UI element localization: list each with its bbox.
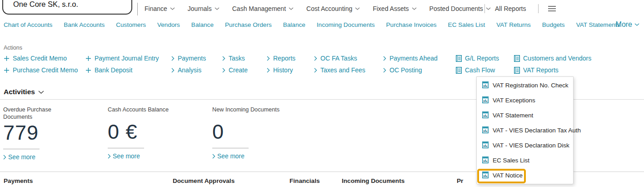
see-more-link[interactable]: See more (212, 153, 245, 160)
dropdown-item-label: VAT - VIES Declaration Tax Auth (493, 127, 581, 134)
action-item[interactable]: VAT Reports (514, 66, 591, 74)
dropdown-item-label: VAT - VIES Declaration Disk (493, 142, 569, 149)
nav-link[interactable]: Balance (283, 21, 305, 28)
see-more-label: See more (8, 154, 35, 161)
dropdown-item[interactable]: VAT Notice (477, 168, 528, 183)
see-more-link[interactable]: See more (3, 154, 35, 161)
menu-icon[interactable] (548, 0, 556, 17)
nav-link[interactable]: VAT Statements (576, 21, 620, 28)
chevron-down-icon (634, 23, 639, 26)
action-item[interactable]: Payment Journal Entry (85, 55, 171, 62)
action-label: Reports (273, 55, 295, 62)
top-menu-item[interactable]: Fixed Assets (373, 5, 416, 12)
activities-header[interactable]: Activities (4, 88, 44, 96)
top-menu-item[interactable]: Journals (188, 5, 220, 12)
chevron-right-icon (383, 68, 386, 73)
report-chart-icon (482, 126, 489, 135)
chevron-right-icon (314, 56, 317, 61)
action-item[interactable]: Create (222, 66, 267, 74)
nav-link[interactable]: EC Sales List (448, 21, 485, 28)
company-badge[interactable]: One Core SK, s.r.o. (2, 0, 132, 15)
divider (538, 4, 539, 13)
see-more-link[interactable]: See more (108, 153, 140, 160)
dropdown-item[interactable]: VAT Statement (477, 108, 539, 123)
dropdown-item[interactable]: VAT - VIES Declaration Disk (477, 138, 575, 153)
action-item[interactable]: Reports (267, 55, 314, 62)
activity-tile: Overdue Purchase Documents 779 See more (3, 106, 108, 161)
top-menu-item[interactable]: Finance (145, 5, 175, 12)
dropdown-item[interactable]: VAT Exceptions (477, 93, 541, 108)
activities-title: Activities (4, 88, 35, 96)
action-item[interactable]: Sales Credit Memo (4, 55, 85, 62)
nav-link[interactable]: Customers (116, 21, 146, 28)
report-icon (514, 67, 520, 74)
activity-tile: New Incoming Documents 0 See more (212, 106, 317, 161)
action-item[interactable]: History (267, 66, 314, 74)
action-item[interactable]: OC Posting (383, 66, 456, 74)
action-label: Bank Deposit (95, 66, 132, 74)
chevron-right-icon (222, 56, 225, 61)
top-menu-item[interactable]: Posted Documents (429, 5, 491, 12)
report-chart-icon (482, 172, 489, 180)
dropdown-item-label: VAT Exceptions (493, 97, 535, 104)
plus-icon (85, 67, 91, 73)
nav-link[interactable]: Budgets (542, 21, 565, 28)
action-label: VAT Reports (523, 66, 559, 74)
action-item[interactable]: Bank Deposit (85, 66, 171, 74)
tile-value[interactable]: 0 (212, 121, 317, 142)
action-item[interactable]: G/L Reports (456, 55, 514, 62)
report-chart-icon (482, 142, 489, 150)
activities-tiles: Overdue Purchase Documents 779 See more … (3, 106, 317, 161)
nav-more-button[interactable]: More (616, 18, 639, 31)
nav-link[interactable]: Incoming Documents (317, 21, 375, 28)
nav-link-label: Balance (191, 21, 214, 28)
tile-caption: New Incoming Documents (212, 106, 283, 120)
chevron-right-icon (171, 68, 175, 73)
activity-tile: Cash Accounts Balance 0 € See more (108, 106, 212, 161)
nav-link-label: VAT Statements (576, 21, 620, 28)
nav-link[interactable]: Vendors (157, 21, 180, 28)
action-item[interactable]: Customers and Vendors (514, 55, 591, 62)
dropdown-item[interactable]: VAT Registration No. Check (477, 78, 574, 93)
report-icon (514, 55, 520, 62)
nav-link[interactable]: VAT Returns (496, 21, 531, 28)
action-item[interactable]: Taxes and Fees (314, 66, 383, 74)
divider (484, 4, 485, 13)
plus-icon (85, 56, 91, 61)
action-item[interactable]: OC FA Tasks (314, 55, 383, 62)
company-name: One Core SK, s.r.o. (13, 0, 78, 9)
dropdown-item[interactable]: EC Sales List (477, 153, 535, 168)
action-label: OC Posting (389, 66, 422, 74)
action-item[interactable]: Payments (171, 55, 222, 62)
dropdown-item-label: VAT Statement (493, 112, 533, 119)
section-heading: Incoming Documents (342, 177, 404, 184)
action-item[interactable]: Analysis (171, 66, 222, 74)
report-chart-icon (482, 96, 489, 105)
nav-link[interactable]: Bank Accounts (64, 21, 105, 28)
dropdown-item[interactable]: VAT - VIES Declaration Tax Auth (477, 123, 586, 138)
action-item[interactable]: Cash Flow (456, 66, 514, 74)
top-menu-item[interactable]: Cost Accounting (306, 5, 360, 12)
nav-link[interactable]: Purchase Orders (225, 21, 272, 28)
menu-label: Finance (145, 5, 167, 12)
action-item[interactable]: Payments Ahead (383, 55, 456, 62)
chevron-down-icon (486, 7, 491, 10)
chevron-down-icon (170, 7, 175, 10)
all-reports-button[interactable]: All Reports (495, 0, 526, 17)
action-item[interactable]: Tasks (222, 55, 267, 62)
action-item[interactable]: Purchase Credit Memo (4, 66, 85, 74)
chevron-down-icon (355, 7, 360, 10)
chevron-right-icon (267, 68, 270, 73)
report-icon (456, 55, 462, 62)
tile-value[interactable]: 779 (3, 122, 108, 143)
action-label: Analysis (178, 66, 201, 74)
chevron-right-icon (314, 68, 317, 73)
nav-link[interactable]: Purchase Invoices (386, 21, 437, 28)
nav-link[interactable]: Chart of Accounts (4, 21, 52, 28)
top-menu-item[interactable]: Cash Management (232, 5, 294, 12)
action-label: Payments Ahead (389, 55, 438, 62)
nav-link[interactable]: Balance (191, 21, 214, 28)
nav-link-label: Purchase Invoices (386, 21, 437, 28)
tile-value[interactable]: 0 € (108, 121, 212, 142)
nav-link-label: VAT Returns (496, 21, 531, 28)
